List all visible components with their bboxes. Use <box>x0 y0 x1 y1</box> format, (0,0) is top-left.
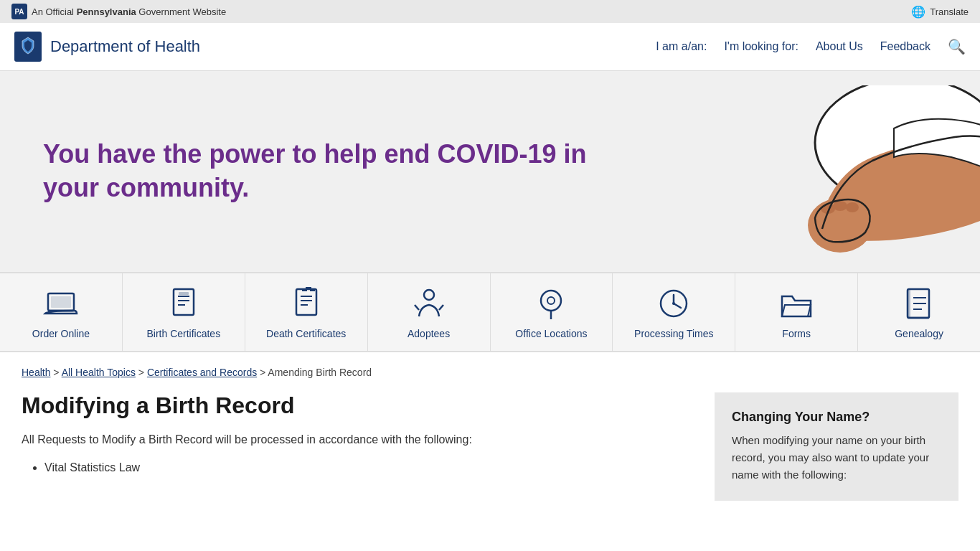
breadcrumb: Health > All Health Topics > Certificate… <box>22 367 958 378</box>
svg-point-26 <box>672 302 675 305</box>
book-lines-icon <box>900 285 938 322</box>
sidebar-body: When modifying your name on your birth r… <box>732 432 941 484</box>
svg-point-3 <box>833 201 847 211</box>
hero-banner: You have the power to help end COVID-19 … <box>0 71 980 272</box>
nav-processing-times-label: Processing Times <box>634 328 713 339</box>
nav-birth-certificates-label: Birth Certificates <box>146 328 220 339</box>
pa-logo: PA <box>11 4 27 19</box>
top-bar: PA An Official Pennsylvania Government W… <box>0 0 980 23</box>
breadcrumb-separator: > <box>260 367 268 378</box>
hero-image <box>736 71 980 272</box>
location-pin-icon <box>532 285 570 322</box>
dept-name: Department of Health <box>50 37 200 56</box>
svg-point-21 <box>547 297 555 304</box>
main-intro: All Requests to Modify a Birth Record wi… <box>22 430 693 449</box>
header-branding: Department of Health <box>14 32 200 62</box>
clock-icon <box>655 285 692 322</box>
svg-point-4 <box>846 202 859 212</box>
translate-button[interactable]: 🌐 Translate <box>911 5 969 19</box>
main-list: Vital Statistics Law <box>44 458 693 479</box>
nav-office-locations[interactable]: Office Locations <box>491 273 613 351</box>
dept-logo-icon <box>19 36 37 57</box>
folder-open-icon <box>778 285 815 322</box>
content-area: Health > All Health Topics > Certificate… <box>0 352 980 515</box>
main-layout: Modifying a Birth Record All Requests to… <box>22 392 958 501</box>
nav-adoptees[interactable]: Adoptees <box>368 273 491 351</box>
nav-processing-times[interactable]: Processing Times <box>613 273 735 351</box>
globe-icon: 🌐 <box>911 5 925 19</box>
breadcrumb-current: Amending Birth Record <box>268 367 372 378</box>
hero-heading: You have the power to help end COVID-19 … <box>43 138 617 205</box>
sidebar-box: Changing Your Name? When modifying your … <box>715 392 958 501</box>
svg-line-19 <box>439 305 443 310</box>
arm-svg <box>765 85 980 272</box>
nav-adoptees-label: Adoptees <box>407 328 450 339</box>
official-prefix: An Official <box>32 6 77 17</box>
nav-death-certificates-label: Death Certificates <box>266 328 346 339</box>
svg-line-18 <box>415 305 419 310</box>
site-header: Department of Health I am a/an: I'm look… <box>0 23 980 71</box>
translate-label: Translate <box>930 6 969 17</box>
svg-rect-6 <box>51 296 71 308</box>
nav-birth-certificates[interactable]: Birth Certificates <box>123 273 245 351</box>
nav-forms-label: Forms <box>782 328 811 339</box>
svg-point-17 <box>424 290 434 300</box>
nav-order-online-label: Order Online <box>32 328 90 339</box>
search-button[interactable]: 🔍 <box>948 38 966 55</box>
page-title: Modifying a Birth Record <box>22 392 693 419</box>
nav-death-certificates[interactable]: Death Certificates <box>245 273 368 351</box>
official-site-notice: PA An Official Pennsylvania Government W… <box>11 4 226 19</box>
svg-rect-29 <box>908 289 910 318</box>
nav-order-online[interactable]: Order Online <box>0 273 123 351</box>
header-nav: I am a/an: I'm looking for: About Us Fee… <box>656 38 966 55</box>
icon-nav-bar: Order Online Birth Certificates Death Ce… <box>0 272 980 352</box>
dept-logo <box>14 32 42 62</box>
about-us-link[interactable]: About Us <box>816 40 863 53</box>
official-bold: Pennsylvania <box>77 6 136 17</box>
feedback-link[interactable]: Feedback <box>880 40 930 53</box>
svg-point-20 <box>541 291 561 311</box>
nav-genealogy[interactable]: Genealogy <box>858 273 980 351</box>
breadcrumb-health[interactable]: Health <box>22 367 50 378</box>
breadcrumb-all-health-topics[interactable]: All Health Topics <box>62 367 136 378</box>
svg-rect-12 <box>179 292 189 295</box>
nav-forms[interactable]: Forms <box>735 273 858 351</box>
svg-rect-13 <box>296 289 316 315</box>
hero-text-block: You have the power to help end COVID-19 … <box>0 109 660 234</box>
death-cert-icon <box>288 285 325 322</box>
official-text: An Official Pennsylvania Government Webs… <box>32 6 226 17</box>
laptop-icon <box>42 285 80 322</box>
list-item: Vital Statistics Law <box>44 458 693 479</box>
breadcrumb-certs-records[interactable]: Certificates and Records <box>147 367 257 378</box>
main-content: Modifying a Birth Record All Requests to… <box>22 392 693 501</box>
sidebar-title: Changing Your Name? <box>732 410 941 425</box>
nav-office-locations-label: Office Locations <box>515 328 587 339</box>
looking-link[interactable]: I'm looking for: <box>724 40 798 53</box>
iam-link[interactable]: I am a/an: <box>656 40 707 53</box>
person-arms-icon <box>410 285 448 322</box>
nav-genealogy-label: Genealogy <box>895 328 943 339</box>
birth-cert-icon <box>165 285 202 322</box>
official-suffix: Government Website <box>136 6 226 17</box>
